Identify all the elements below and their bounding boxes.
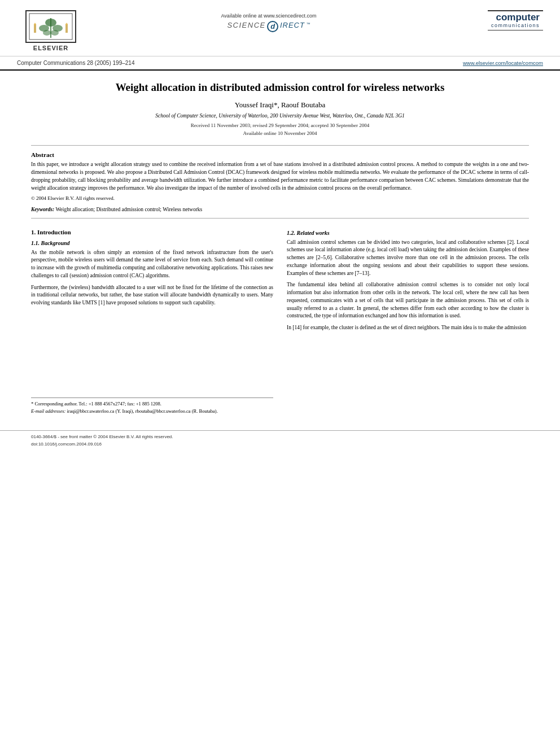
- abstract-section: Abstract In this paper, we introduce a w…: [31, 151, 529, 200]
- subsection1-2-title: 1.2. Related works: [287, 230, 529, 236]
- elsevier-logo-svg: [28, 12, 73, 41]
- footnote-email: E-mail addresses: iraqi@bbcr.uwaterloo.c…: [31, 408, 273, 415]
- cc-logo-section: computer communications: [453, 10, 543, 30]
- affiliation: School of Computer Science, University o…: [31, 113, 529, 119]
- right-column: 1.2. Related works Call admission contro…: [287, 225, 529, 415]
- title-section: Weight allocation in distributed admissi…: [31, 76, 529, 137]
- header: ELSEVIER Available online at www.science…: [0, 0, 560, 56]
- footnote-corresponding: * Corresponding author. Tel.: +1 888 456…: [31, 400, 273, 408]
- svg-point-5: [43, 30, 51, 36]
- page: ELSEVIER Available online at www.science…: [0, 0, 560, 747]
- elsevier-label: ELSEVIER: [33, 45, 68, 51]
- section1-title: 1. Introduction: [31, 229, 273, 235]
- direct-text: IRECT: [280, 21, 305, 29]
- right-para-3: In [14] for example, the cluster is defi…: [287, 324, 529, 332]
- title-divider: [31, 145, 529, 146]
- elsevier-logo: ELSEVIER: [17, 10, 85, 51]
- svg-point-6: [51, 30, 59, 36]
- keywords: Keywords: Weight allocation; Distributed…: [31, 207, 529, 212]
- subsection1-1-title: 1.1. Background: [31, 240, 273, 246]
- sciencedirect-logo: SCIENCE d IRECT ™: [85, 21, 453, 32]
- issn-text: 0140-3664/$ - see front matter © 2004 El…: [31, 434, 529, 441]
- available-online-text: Available online at www.sciencedirect.co…: [85, 13, 453, 19]
- svg-rect-9: [65, 24, 68, 33]
- svg-point-2: [45, 19, 56, 27]
- right-para-1: Call admission control schemes can be di…: [287, 239, 529, 278]
- cc-logo-box: computer communications: [488, 10, 543, 30]
- trademark: ™: [307, 22, 310, 26]
- elsevier-logo-box: [25, 10, 76, 43]
- email-label: E-mail addresses:: [31, 408, 65, 414]
- science-text: SCIENCE: [227, 21, 265, 29]
- paper-title: Weight allocation in distributed admissi…: [31, 81, 529, 95]
- abstract-text: In this paper, we introduce a weight all…: [31, 161, 529, 192]
- cc-logo-top: computer: [491, 12, 540, 23]
- keywords-text: Weight allocation; Distributed admission…: [55, 207, 202, 212]
- footer-bottom: 0140-3664/$ - see front matter © 2004 El…: [0, 430, 560, 453]
- journal-bar: Computer Communications 28 (2005) 199–21…: [0, 56, 560, 71]
- right-para-2: The fundamental idea behind all collabor…: [287, 281, 529, 320]
- email-value: iraqi@bbcr.uwaterloo.ca (Y. Iraqi), rbou…: [67, 408, 217, 414]
- available-date: Available online 10 November 2004: [31, 129, 529, 137]
- body-para-1: As the mobile network is often simply an…: [31, 249, 273, 280]
- left-column: 1. Introduction 1.1. Background As the m…: [31, 225, 273, 415]
- keywords-label: Keywords:: [31, 207, 54, 212]
- header-center: Available online at www.sciencedirect.co…: [85, 10, 453, 32]
- journal-info: Computer Communications 28 (2005) 199–21…: [17, 60, 134, 66]
- received-date: Received 11 November 2003; revised 29 Se…: [31, 121, 529, 129]
- main-content: Weight allocation in distributed admissi…: [0, 71, 560, 426]
- copyright: © 2004 Elsevier B.V. All rights reserved…: [31, 195, 529, 201]
- doi-text: doi:10.1016/j.comcom.2004.09.016: [31, 441, 529, 448]
- body-para-2: Furthermore, the (wireless) bandwidth al…: [31, 284, 273, 307]
- body-divider: [31, 218, 529, 219]
- svg-rect-7: [34, 24, 36, 33]
- journal-url: www.elsevier.com/locate/comcom: [463, 60, 543, 66]
- abstract-title: Abstract: [31, 151, 529, 158]
- two-columns: 1. Introduction 1.1. Background As the m…: [31, 225, 529, 415]
- elsevier-logo-section: ELSEVIER: [17, 10, 85, 51]
- footnote-rule: [31, 397, 273, 398]
- d-circle: d: [267, 21, 278, 32]
- authors: Youssef Iraqi*, Raouf Boutaba: [31, 101, 529, 110]
- cc-logo-bottom: communications: [491, 23, 540, 29]
